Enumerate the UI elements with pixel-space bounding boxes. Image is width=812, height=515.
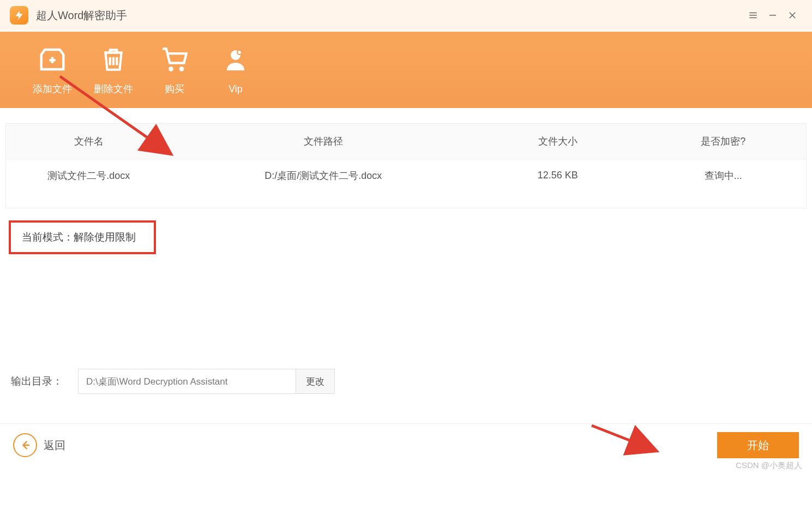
minimize-icon [768, 10, 778, 20]
cell-file-name: 测试文件二号.docx [6, 169, 172, 182]
arrow-left-icon [13, 433, 37, 457]
footer-divider [0, 423, 812, 424]
menu-icon [748, 10, 758, 20]
watermark-text: CSDN @小奥超人 [736, 460, 802, 471]
file-table: 文件名 文件路径 文件大小 是否加密? 测试文件二号.docx D:/桌面/测试… [5, 123, 807, 208]
close-button[interactable] [783, 5, 802, 25]
menu-button[interactable] [743, 5, 763, 25]
svg-point-1 [179, 67, 184, 71]
svg-point-3 [237, 50, 242, 55]
close-icon [787, 10, 797, 20]
delete-file-button[interactable]: 删除文件 [83, 37, 144, 103]
add-file-icon [37, 44, 68, 75]
vip-button[interactable]: Vip [205, 37, 266, 103]
start-button[interactable]: 开始 [717, 432, 799, 458]
cell-encrypted-status: 查询中... [640, 169, 806, 182]
cell-file-path: D:/桌面/测试文件二号.docx [172, 169, 475, 182]
col-header-name: 文件名 [6, 135, 172, 148]
cart-icon [159, 44, 190, 75]
table-header-row: 文件名 文件路径 文件大小 是否加密? [6, 124, 806, 159]
titlebar: 超人Word解密助手 [0, 0, 812, 31]
output-dir-label: 输出目录： [11, 374, 63, 388]
output-directory-row: 输出目录： 更改 [11, 369, 335, 394]
footer-bar: 返回 开始 [0, 432, 812, 458]
current-mode-label: 当前模式：解除使用限制 [9, 220, 156, 254]
svg-point-0 [169, 67, 173, 71]
minimize-button[interactable] [763, 5, 783, 25]
trash-icon [98, 44, 129, 75]
change-output-button[interactable]: 更改 [296, 369, 335, 394]
output-dir-input[interactable] [78, 369, 296, 394]
content-area: 文件名 文件路径 文件大小 是否加密? 测试文件二号.docx D:/桌面/测试… [0, 108, 812, 254]
vip-label: Vip [228, 83, 243, 95]
app-title: 超人Word解密助手 [36, 8, 127, 23]
app-logo-icon [10, 6, 28, 25]
delete-file-label: 删除文件 [94, 82, 133, 95]
main-toolbar: 添加文件 删除文件 购买 Vip [0, 32, 812, 108]
cell-file-size: 12.56 KB [475, 170, 641, 181]
purchase-label: 购买 [165, 82, 184, 95]
user-icon [220, 45, 251, 76]
purchase-button[interactable]: 购买 [144, 37, 205, 103]
add-file-label: 添加文件 [33, 82, 72, 95]
col-header-encrypted: 是否加密? [640, 135, 806, 148]
table-row[interactable]: 测试文件二号.docx D:/桌面/测试文件二号.docx 12.56 KB 查… [6, 159, 806, 191]
col-header-size: 文件大小 [475, 135, 641, 148]
add-file-button[interactable]: 添加文件 [22, 37, 83, 103]
col-header-path: 文件路径 [172, 135, 475, 148]
back-label: 返回 [44, 438, 65, 453]
back-button[interactable]: 返回 [13, 433, 65, 457]
